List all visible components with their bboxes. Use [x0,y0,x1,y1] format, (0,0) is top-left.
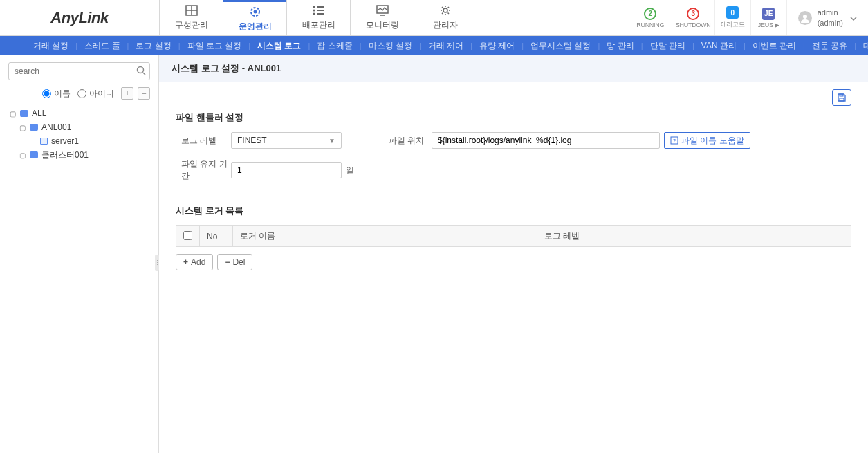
radio-id-input[interactable] [77,89,86,98]
radio-id-label: 아이디 [89,88,114,100]
save-button[interactable] [832,89,851,106]
jeus-label: JEUS ▶ [758,21,779,28]
user-menu[interactable]: admin (admin) [786,0,868,35]
del-button[interactable]: − Del [217,254,252,270]
subnav-item[interactable]: 망 관리 [600,40,640,52]
svg-point-13 [443,8,447,12]
subnav-item[interactable]: 스레드 풀 [77,40,127,52]
user-name: admin [818,8,843,17]
divider [176,192,851,192]
minus-icon: − [225,257,230,267]
col-log-level: 로그 레벨 [537,226,851,247]
radio-name[interactable]: 이름 [42,88,71,100]
tree-toggle-icon[interactable]: ▢ [8,110,17,118]
tree-toggle-icon[interactable]: ▢ [18,124,26,131]
errorcode-link[interactable]: 0 에러코드 [714,0,750,35]
subnav-item[interactable]: 마스킹 설정 [362,40,419,52]
col-logger-name: 로거 이름 [233,226,537,247]
subnav-item[interactable]: 거래 제어 [421,40,470,52]
chevron-down-icon [850,13,857,23]
tab-label: 관리자 [433,19,458,31]
shutdown-count: 3 [687,8,699,20]
tab-operation[interactable]: 운영관리 [223,0,286,35]
svg-point-5 [313,6,315,8]
subnav-item[interactable]: 이벤트 관리 [746,40,803,52]
svg-point-9 [313,13,315,15]
user-id: (admin) [818,18,843,28]
folder-icon [29,122,39,132]
svg-rect-17 [840,94,843,96]
svg-point-15 [138,66,144,73]
tree-label: server1 [51,136,79,146]
log-level-label: 로그 레벨 [176,135,231,147]
errorcode-icon: 0 [726,6,739,19]
chevron-down-icon: ▼ [329,137,335,145]
add-button[interactable]: + Add [176,254,213,270]
svg-rect-8 [317,10,324,11]
col-checkbox [176,226,200,247]
tree-root[interactable]: ▢ ALL [8,107,150,120]
running-count: 2 [644,8,656,20]
help-label: 파일 이름 도움말 [681,135,744,147]
status-running[interactable]: 2 RUNNING [629,0,672,35]
svg-point-7 [313,10,315,12]
tree-node-anl001[interactable]: ▢ ANL001 [8,120,150,134]
del-label: Del [232,257,245,267]
filename-help-button[interactable]: ? 파일 이름 도움말 [664,132,750,149]
subnav-item[interactable]: 파일 로그 설정 [181,40,249,52]
log-level-select[interactable]: FINEST ▼ [231,132,342,149]
subnav-item[interactable]: VAN 관리 [694,40,744,52]
collapse-button[interactable]: − [138,87,150,100]
file-icon [39,136,48,146]
svg-rect-10 [317,13,324,15]
jeus-icon: JE [762,8,775,20]
svg-line-16 [143,73,145,75]
subnav-item[interactable]: 거래 설정 [26,40,75,52]
subnav-item[interactable]: 단말 관리 [643,40,692,52]
tab-label: 구성관리 [175,19,208,31]
subnav-item[interactable]: 유량 제어 [472,40,521,52]
subnav-item[interactable]: 시스템 로그 [250,40,308,52]
subnav-item[interactable]: 업무시스템 설정 [524,40,598,52]
radio-name-input[interactable] [42,89,51,98]
add-label: Add [191,257,205,267]
subnav-item[interactable]: 로그 설정 [129,40,178,52]
retention-input[interactable] [231,162,342,178]
shutdown-label: SHUTDOWN [676,21,711,28]
svg-point-14 [803,15,807,19]
subnav: 거래 설정|스레드 풀|로그 설정|파일 로그 설정|시스템 로그|잡 스케줄|… [0,36,868,55]
tab-label: 배포관리 [302,19,335,31]
monitor-icon [375,4,390,17]
save-icon [837,93,847,102]
subnav-item[interactable]: 전문 공유 [805,40,854,52]
logo: AnyLink [0,0,159,35]
file-location-input[interactable] [432,132,660,149]
select-all-checkbox[interactable] [183,231,192,240]
list-icon [311,4,326,17]
tree-node-server1[interactable]: server1 [8,134,150,148]
radio-name-label: 이름 [54,88,71,100]
jeus-link[interactable]: JE JEUS ▶ [750,0,786,35]
tab-config[interactable]: 구성관리 [159,0,223,35]
subnav-item[interactable]: 잡 스케줄 [310,40,359,52]
tree-toggle-icon[interactable]: ▢ [18,151,26,159]
tab-admin[interactable]: 관리자 [414,0,477,35]
section-title-loggers: 시스템 로거 목록 [176,205,851,217]
search-icon[interactable] [134,66,148,77]
search-input[interactable] [15,66,134,76]
tab-deploy[interactable]: 배포관리 [286,0,350,35]
help-icon: ? [670,136,678,145]
logger-table: No 로거 이름 로그 레벨 [176,225,851,247]
tab-monitor[interactable]: 모니터링 [350,0,414,35]
status-shutdown[interactable]: 3 SHUTDOWN [672,0,714,35]
file-location-label: 파일 위치 [383,135,432,147]
tree-node-cluster001[interactable]: ▢ 클러스터001 [8,148,150,162]
log-level-value: FINEST [237,136,267,145]
expand-button[interactable]: + [121,87,133,100]
tab-label: 모니터링 [366,19,399,31]
radio-id[interactable]: 아이디 [77,88,114,100]
subnav-item[interactable]: 대외 연락처 [856,40,868,52]
svg-point-4 [253,10,257,13]
svg-text:?: ? [673,138,676,144]
svg-rect-6 [317,6,324,8]
